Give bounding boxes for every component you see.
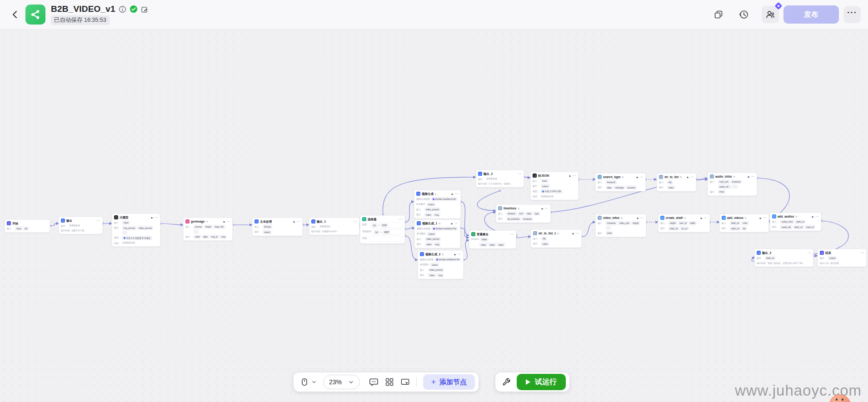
node-addvideos[interactable]: add_videos↻▶···输入draft_urlinfos输出draft_u… [719, 214, 769, 233]
node-createdraft[interactable]: create_draft↻▶···输入heightuser_idwidth输出d… [658, 214, 710, 233]
test-run-button[interactable]: 试运行 [517, 374, 566, 390]
param-tag: msg [437, 273, 444, 278]
node-tojson[interactable]: 转JSON▶···输入Input输出output模型豆包·1.5·Pro·32k… [530, 172, 579, 200]
node-more-icon[interactable]: ··· [763, 217, 767, 218]
info-icon[interactable] [119, 5, 126, 13]
node-run-icon[interactable]: ▶ [451, 222, 453, 225]
node-more-icon[interactable]: ··· [751, 176, 755, 177]
node-run-icon[interactable]: ▶ [294, 220, 295, 223]
node-addaudios[interactable]: add_audios↻▶···输入audio_infosdraft_url输出a… [770, 213, 821, 231]
debug-tools-button[interactable] [502, 377, 511, 387]
node-genimage[interactable]: genimage↻▶···输入promptheightlogo_info···输… [183, 218, 233, 241]
row-label: 输入 [660, 221, 667, 225]
node-more-icon[interactable]: ··· [399, 218, 403, 220]
node-vidgen[interactable]: 视频生成▾▶···视频生成模型doubao-seedance-lite参考图片o… [414, 190, 461, 219]
node-more-icon[interactable]: ··· [455, 193, 459, 194]
node-more-icon[interactable]: ··· [297, 221, 300, 222]
node-more-icon[interactable]: ··· [510, 233, 514, 235]
zoom-select[interactable]: 23% [323, 375, 360, 389]
node-more-icon[interactable]: ··· [690, 176, 694, 178]
history-button[interactable] [735, 6, 753, 23]
node-run-icon[interactable]: ▶ [569, 174, 571, 177]
node-vidgen1[interactable]: 视频生成_1↻▶···视频生成模型doubao-seedance-lite参考图… [414, 219, 460, 248]
node-more-icon[interactable]: ··· [155, 217, 158, 218]
node-strlist[interactable]: str_to_list↻▶···输入obj输出index [657, 173, 696, 192]
row-preview-text: 适配节点文案… [71, 229, 86, 232]
node-vidgen2[interactable]: 视频生成_2↻▶···视频生成模型doubao-seedance-lite参考图… [418, 250, 464, 279]
row-label: 输入 [114, 221, 121, 224]
row-label: 输出 [533, 184, 539, 188]
node-audioinfos[interactable]: audio_infos↻▶···输入mp3_urlstimelinesaudio… [708, 173, 757, 196]
members-button[interactable] [762, 6, 779, 23]
node-row: 输出infos [710, 190, 755, 194]
back-button[interactable] [7, 7, 23, 22]
node-videoinfos[interactable]: video_infos↻▶···输入timelinesvideo_urlshei… [595, 214, 646, 237]
node-title: create_draft [666, 216, 683, 220]
arrange-button[interactable] [385, 377, 394, 387]
node-run-icon[interactable]: ▶ [748, 175, 750, 178]
node-run-icon[interactable]: ▶ [452, 193, 454, 195]
node-more-icon[interactable]: ··· [518, 173, 522, 174]
node-run-icon[interactable]: ▶ [573, 232, 574, 235]
minimap-button[interactable] [400, 377, 410, 387]
row-preview-text: 查看预览值 [319, 225, 330, 228]
param-tag: video [428, 273, 436, 278]
node-run-icon[interactable]: ▶ [701, 217, 703, 219]
node-strlist1[interactable]: str_to_list_1↻▶···输入obj输出index [531, 229, 582, 248]
node-more-icon[interactable]: ··· [815, 216, 819, 217]
publish-button[interactable]: 发布 [783, 5, 839, 24]
node-selector[interactable]: 选择器···如果bd=720P否则如果bd=480P否则 [360, 215, 405, 244]
node-more-icon[interactable]: ··· [545, 208, 549, 209]
node-llm[interactable]: 大模型▶···输入Input输出img_promptvideo_prompt··… [112, 213, 160, 247]
node-row: 输出draft_url [757, 256, 811, 260]
node-searchbgm[interactable]: search_bgm↻▶···输入keyword输出datamessagesuc… [595, 173, 646, 192]
node-aggr[interactable]: 变量聚合···Group1Videovideovideovideo [469, 230, 516, 249]
pointer-mode-button[interactable] [300, 377, 317, 387]
node-textproc[interactable]: 文本处理▶···输入String1输出output [252, 218, 303, 236]
condition-box[interactable]: bd=720P [370, 223, 403, 228]
more-button[interactable]: ··· [843, 6, 861, 23]
node-more-icon[interactable]: ··· [640, 217, 644, 218]
node-more-icon[interactable]: ··· [576, 233, 579, 234]
node-output2[interactable]: 输出_2···输出查看预览值输出内容正文内容生成，请稍后… [476, 170, 524, 188]
node-more-icon[interactable]: ··· [227, 221, 230, 222]
node-end[interactable]: 结束···输出output输出方式返回变量 [818, 249, 867, 267]
param-tag: timelines [731, 180, 742, 184]
node-more-icon[interactable]: ··· [458, 253, 461, 255]
condition-box[interactable]: bd=480P [373, 229, 403, 235]
node-run-icon[interactable]: ▶ [454, 253, 456, 256]
node-title: timelines [504, 207, 516, 210]
edit-icon[interactable] [141, 5, 149, 13]
node-run-icon[interactable]: ▶ [542, 207, 544, 210]
node-start[interactable]: 开始输入Inputbd [5, 219, 50, 233]
row-label: 内容 [533, 195, 539, 199]
comments-button[interactable] [369, 377, 379, 387]
node-output0[interactable]: 输出···输出查看预览值输出内容适配节点文案… [59, 217, 103, 234]
node-run-icon[interactable]: ▶ [637, 176, 639, 179]
node-more-icon[interactable]: ··· [97, 220, 100, 221]
node-title: 选择器 [368, 217, 377, 221]
condition-box[interactable] [370, 236, 403, 242]
node-more-icon[interactable]: ··· [354, 221, 357, 222]
node-output3[interactable]: 输出_3···输出draft_url输出内容“复制下面地址，使用剪映小助手下载草… [754, 249, 813, 267]
node-title: str_to_list_1 [539, 232, 556, 235]
node-run-icon[interactable]: ▶ [812, 215, 814, 218]
node-output1[interactable]: 输出_1···输出查看预览值输出内容分镜脚本生成中… [309, 218, 359, 235]
node-run-icon[interactable]: ▶ [687, 176, 689, 179]
node-more-icon[interactable]: ··· [454, 223, 458, 224]
node-run-icon[interactable]: ▶ [637, 217, 639, 219]
node-run-icon[interactable]: ▶ [224, 220, 225, 223]
node-timelines[interactable]: timelines↻▶···输入durationnumstarttype输出al… [496, 204, 551, 223]
duplicate-button[interactable] [710, 6, 727, 23]
node-run-icon[interactable]: ▶ [151, 216, 153, 219]
add-node-button[interactable]: + 添加节点 [423, 374, 475, 390]
node-run-icon[interactable]: ▶ [760, 217, 762, 219]
node-more-icon[interactable]: ··· [573, 175, 576, 176]
node-more-icon[interactable]: ··· [704, 217, 708, 218]
node-more-icon[interactable]: ··· [861, 252, 864, 253]
node-row: 输出videomsg [416, 213, 459, 217]
param-tag: draft_url [730, 227, 740, 231]
node-more-icon[interactable]: ··· [640, 176, 644, 178]
node-title: add_audios [778, 215, 794, 218]
node-more-icon[interactable]: ··· [808, 252, 811, 253]
